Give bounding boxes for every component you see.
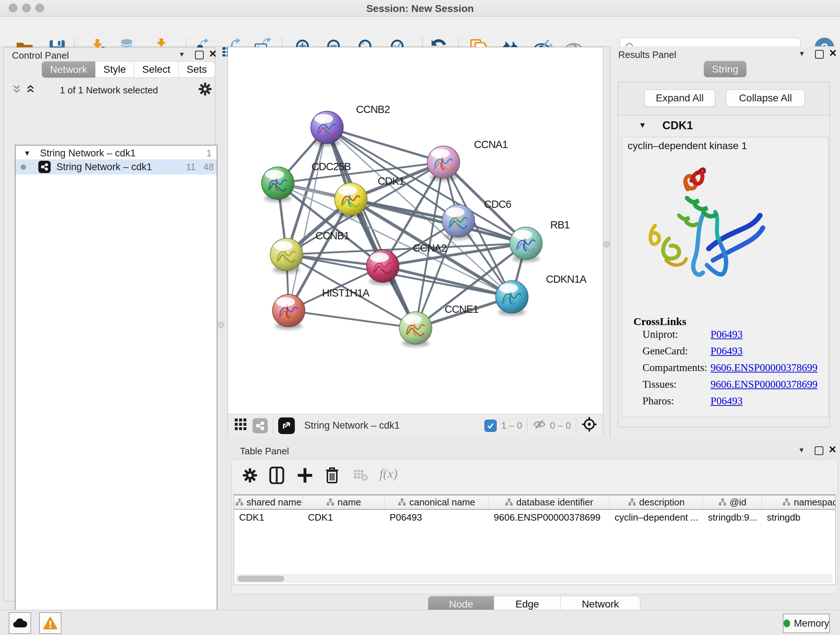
birdseye-view-icon[interactable]: [581, 416, 597, 435]
column-header[interactable]: database identifier: [489, 495, 609, 509]
node-label-CDK1: CDK1: [378, 175, 404, 187]
network-label: String Network – cdk1: [57, 162, 152, 173]
selected-count: 1 – 0: [501, 420, 522, 431]
crosslink-label: GeneCard:: [643, 345, 711, 357]
collection-expand-icon[interactable]: ▼: [24, 149, 31, 157]
table-horizontal-scrollbar[interactable]: [236, 574, 833, 583]
show-columns-icon[interactable]: [269, 467, 285, 486]
node-table: shared name name canonical name database…: [234, 494, 836, 585]
crosslink-label: Compartments:: [643, 362, 711, 374]
shared-column-icon: [782, 498, 791, 507]
network-row[interactable]: String Network – cdk1 11 48: [16, 159, 217, 174]
warnings-button[interactable]: [39, 612, 62, 634]
network-canvas[interactable]: CCNB2CCNA1CDC25BCDK1CDC6RB1CCNB1CCNA2HIS…: [227, 47, 603, 415]
window-title: Session: New Session: [0, 3, 840, 14]
results-panel-tabs: String: [704, 61, 747, 78]
shared-column-icon: [505, 498, 513, 507]
table-row[interactable]: CDK1 CDK1 P06493 9606.ENSP00000378699 cy…: [234, 510, 835, 524]
tab-sets[interactable]: Sets: [179, 61, 215, 78]
tab-style[interactable]: Style: [95, 61, 134, 78]
gene-description: cyclin–dependent kinase 1: [628, 140, 747, 152]
table-scrollbar-thumb[interactable]: [237, 576, 284, 582]
crosslink-link[interactable]: P06493: [711, 328, 743, 340]
collapse-all-button[interactable]: Collapse All: [726, 89, 805, 107]
crosslink-link[interactable]: 9606.ENSP00000378699: [711, 378, 818, 390]
maximize-panel-icon[interactable]: [195, 51, 204, 59]
node-CDKN1A[interactable]: CDKN1A: [496, 273, 587, 316]
close-panel-icon[interactable]: ✕: [829, 50, 837, 57]
hidden-eye-icon[interactable]: [532, 418, 546, 433]
node-label-CCNA1: CCNA1: [474, 139, 508, 150]
column-header[interactable]: canonical name: [385, 495, 489, 509]
column-header[interactable]: namespace: [762, 495, 836, 509]
create-column-icon[interactable]: [297, 467, 313, 485]
float-panel-icon[interactable]: ▾: [800, 49, 804, 58]
network-options-gear-icon[interactable]: [198, 82, 212, 98]
table-settings-gear-icon[interactable]: [242, 467, 258, 485]
crosslink-label: Pharos:: [643, 395, 711, 407]
edge-CCNB2-CCNA1: [327, 127, 444, 162]
section-collapse-icon[interactable]: ▼: [638, 120, 646, 130]
float-panel-icon[interactable]: ▾: [180, 50, 184, 59]
detach-view-icon[interactable]: [278, 417, 295, 434]
share-view-icon[interactable]: [253, 418, 268, 433]
node-CCNB2[interactable]: CCNB2: [311, 103, 390, 146]
tab-select[interactable]: Select: [134, 61, 179, 78]
node-HIST1H1A[interactable]: HIST1H1A: [272, 287, 370, 329]
node-CCNA1[interactable]: CCNA1: [427, 139, 508, 181]
node-label-CCNB2: CCNB2: [356, 103, 390, 115]
network-tree: ▼ String Network – cdk1 1 String Network…: [15, 145, 218, 635]
crosslinks-list: Uniprot:P06493 GeneCard:P06493 Compartme…: [643, 328, 818, 412]
expand-all-button[interactable]: Expand All: [644, 89, 715, 107]
node-label-CCNB1: CCNB1: [316, 230, 349, 241]
right-splitter-grip[interactable]: [603, 241, 610, 248]
string-network-graph[interactable]: CCNB2CCNA1CDC25BCDK1CDC6RB1CCNB1CCNA2HIS…: [228, 48, 603, 414]
maximize-panel-icon[interactable]: [815, 50, 824, 59]
delete-columns-trash-icon[interactable]: [325, 467, 340, 486]
tab-string[interactable]: String: [704, 61, 747, 78]
column-header[interactable]: @id: [703, 495, 762, 509]
cloud-status-button[interactable]: [9, 612, 31, 634]
network-status-dot: [21, 165, 26, 170]
crosslink-label: Tissues:: [643, 378, 711, 390]
selected-nodes-checkbox[interactable]: [485, 420, 497, 432]
network-collection-row[interactable]: ▼ String Network – cdk1 1: [16, 146, 217, 160]
node-RB1[interactable]: RB1: [510, 219, 569, 262]
float-panel-icon[interactable]: ▾: [799, 445, 804, 455]
column-header[interactable]: shared name: [234, 495, 303, 509]
delete-table-icon[interactable]: [354, 470, 368, 483]
node-label-CCNE1: CCNE1: [445, 303, 478, 315]
collapse-all-networks-icon[interactable]: [25, 84, 36, 96]
shared-column-icon: [326, 498, 335, 507]
cloud-icon: [13, 618, 27, 628]
network-share-icon: [38, 161, 51, 173]
gene-name: CDK1: [662, 119, 693, 132]
memory-button[interactable]: Memory: [783, 614, 830, 633]
crosslinks-heading: CrossLinks: [633, 315, 686, 328]
close-panel-icon[interactable]: ✕: [209, 50, 217, 57]
edge-count: 48: [199, 162, 214, 173]
hidden-count: 0 – 0: [550, 420, 571, 431]
title-bar: Session: New Session: [0, 0, 840, 17]
left-splitter-grip[interactable]: [218, 321, 224, 328]
shared-column-icon: [398, 498, 406, 507]
crosslink-link[interactable]: P06493: [711, 395, 743, 407]
expand-all-networks-icon[interactable]: [11, 84, 22, 96]
edge-HIST1H1A-CCNE1: [289, 310, 416, 328]
column-header[interactable]: name: [303, 495, 385, 509]
tab-network[interactable]: Network: [42, 61, 95, 78]
function-builder-icon[interactable]: f(x): [379, 466, 398, 481]
collection-count: 1: [190, 148, 212, 159]
table-header-row: shared name name canonical name database…: [234, 495, 835, 510]
control-panel-tabs: Network Style Select Sets: [42, 61, 215, 78]
crosslink-link[interactable]: 9606.ENSP00000378699: [711, 362, 818, 373]
edge-CCNB2-HIST1H1A: [289, 127, 327, 310]
network-selection-status: 1 of 1 Network selected: [44, 85, 174, 96]
crosslink-link[interactable]: P06493: [711, 345, 743, 356]
close-panel-icon[interactable]: ✕: [829, 446, 837, 453]
maximize-panel-icon[interactable]: [815, 447, 823, 455]
grid-view-icon[interactable]: [234, 418, 247, 433]
column-header[interactable]: description: [609, 495, 703, 509]
status-bar: Memory: [0, 610, 840, 635]
shared-column-icon: [628, 498, 636, 507]
